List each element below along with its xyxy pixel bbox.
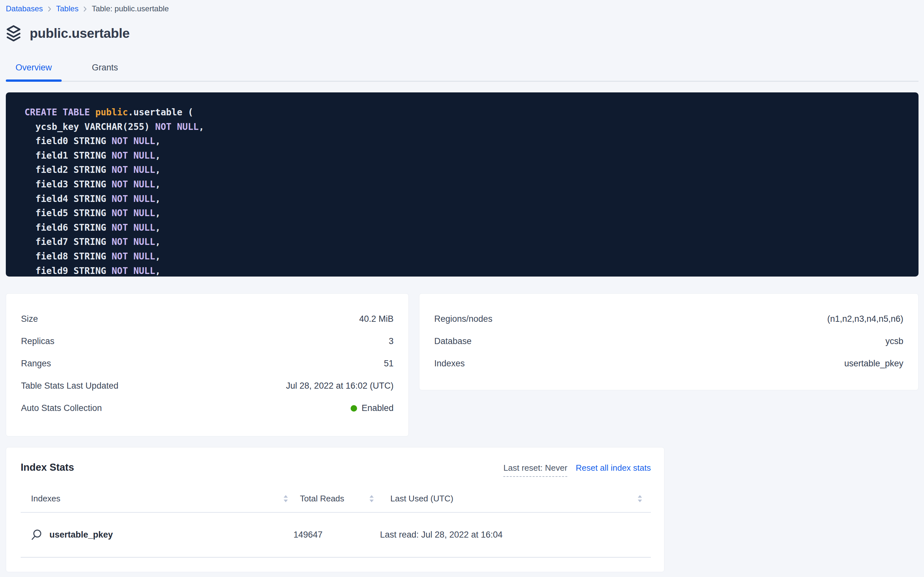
index-name-link[interactable]: usertable_pkey <box>21 529 294 541</box>
index-stats-title: Index Stats <box>21 462 74 473</box>
breadcrumb: Databases Tables Table: public.usertable <box>6 0 919 14</box>
stat-value: Enabled <box>350 403 394 413</box>
index-name: usertable_pkey <box>50 530 113 540</box>
sort-arrows-icon <box>637 494 643 503</box>
index-stats-card: Index Stats Last reset: Never Reset all … <box>6 447 664 572</box>
last-reset-label[interactable]: Last reset: Never <box>503 463 567 477</box>
sql-code-line: CREATE TABLE public.usertable ( <box>24 105 906 120</box>
status-text: Enabled <box>362 403 394 413</box>
stat-label: Database <box>434 336 472 347</box>
table-details-page: Databases Tables Table: public.usertable… <box>6 0 919 572</box>
tab-grants[interactable]: Grants <box>82 62 128 81</box>
breadcrumb-link-tables[interactable]: Tables <box>56 4 79 14</box>
breadcrumb-link-databases[interactable]: Databases <box>6 4 43 14</box>
stat-value: 51 <box>384 359 394 369</box>
stat-label: Regions/nodes <box>434 314 492 324</box>
sql-code-line: field5 STRING NOT NULL, <box>24 206 906 221</box>
summary-cards: Size 40.2 MiB Replicas 3 Ranges 51 Table… <box>6 293 919 437</box>
stat-label: Size <box>21 314 38 324</box>
stat-label: Ranges <box>21 359 51 369</box>
sort-arrows-icon <box>369 494 374 503</box>
sql-code-line: field8 STRING NOT NULL, <box>24 250 906 264</box>
reset-index-stats-link[interactable]: Reset all index stats <box>576 463 651 473</box>
stat-row-indexes: Indexes usertable_pkey <box>434 353 903 375</box>
stat-row-auto-stats: Auto Stats Collection Enabled <box>21 397 394 419</box>
index-total-reads: 149647 <box>294 513 380 557</box>
page-title: public.usertable <box>30 26 130 41</box>
index-table-row: usertable_pkey 149647 Last read: Jul 28,… <box>21 513 651 557</box>
sql-code-line: field2 STRING NOT NULL, <box>24 163 906 177</box>
table-topology-card: Regions/nodes (n1,n2,n3,n4,n5,n6) Databa… <box>419 293 919 390</box>
column-header-last-used[interactable]: Last Used (UTC) <box>380 477 651 513</box>
breadcrumb-current: Table: public.usertable <box>92 4 169 14</box>
index-stats-header: Index Stats Last reset: Never Reset all … <box>21 462 651 477</box>
stat-label: Auto Stats Collection <box>21 403 102 413</box>
stat-label: Replicas <box>21 336 55 347</box>
stat-label: Indexes <box>434 359 465 369</box>
column-header-total-reads[interactable]: Total Reads <box>294 477 380 513</box>
sql-code-line: field4 STRING NOT NULL, <box>24 192 906 206</box>
table-stack-icon <box>6 25 21 41</box>
status-dot-green <box>350 405 357 412</box>
sql-code-line: field1 STRING NOT NULL, <box>24 148 906 163</box>
stat-value: usertable_pkey <box>844 359 903 369</box>
create-table-sql-block: CREATE TABLE public.usertable ( ycsb_key… <box>6 92 919 277</box>
tab-bar: Overview Grants <box>6 62 919 82</box>
sort-arrows-icon <box>283 494 288 503</box>
index-table-header-row: Indexes Total Reads Last Used (UTC) <box>21 477 651 513</box>
stat-value: 40.2 MiB <box>359 314 394 324</box>
index-last-used: Last read: Jul 28, 2022 at 16:04 <box>380 513 651 557</box>
stat-row-size: Size 40.2 MiB <box>21 308 394 330</box>
stat-label: Table Stats Last Updated <box>21 381 119 391</box>
stat-row-ranges: Ranges 51 <box>21 353 394 375</box>
sql-code-line: field3 STRING NOT NULL, <box>24 177 906 192</box>
index-stats-utils: Last reset: Never Reset all index stats <box>503 463 651 477</box>
stat-row-regions: Regions/nodes (n1,n2,n3,n4,n5,n6) <box>434 308 903 330</box>
chevron-right-icon <box>83 6 87 12</box>
sql-code-line: field0 STRING NOT NULL, <box>24 134 906 148</box>
stat-value: 3 <box>389 336 394 347</box>
stat-row-stats-updated: Table Stats Last Updated Jul 28, 2022 at… <box>21 375 394 397</box>
sql-code-line: field6 STRING NOT NULL, <box>24 221 906 235</box>
page-header: public.usertable <box>6 25 919 41</box>
sql-code: CREATE TABLE public.usertable ( ycsb_key… <box>24 105 906 277</box>
stat-value: ycsb <box>885 336 903 347</box>
index-stats-table: Indexes Total Reads Last Used (UTC) <box>21 477 651 558</box>
tab-overview[interactable]: Overview <box>6 62 62 81</box>
stat-row-replicas: Replicas 3 <box>21 330 394 353</box>
magnifier-icon <box>31 529 42 541</box>
stat-value: Jul 28, 2022 at 16:02 (UTC) <box>286 381 394 391</box>
sql-code-line: field7 STRING NOT NULL, <box>24 235 906 250</box>
chevron-right-icon <box>48 6 51 12</box>
table-details-card: Size 40.2 MiB Replicas 3 Ranges 51 Table… <box>6 293 409 437</box>
stat-value: (n1,n2,n3,n4,n5,n6) <box>827 314 903 324</box>
sql-code-line: field9 STRING NOT NULL, <box>24 264 906 277</box>
column-header-indexes[interactable]: Indexes <box>21 477 294 513</box>
sql-code-line: ycsb_key VARCHAR(255) NOT NULL, <box>24 120 906 134</box>
stat-row-database: Database ycsb <box>434 330 903 353</box>
